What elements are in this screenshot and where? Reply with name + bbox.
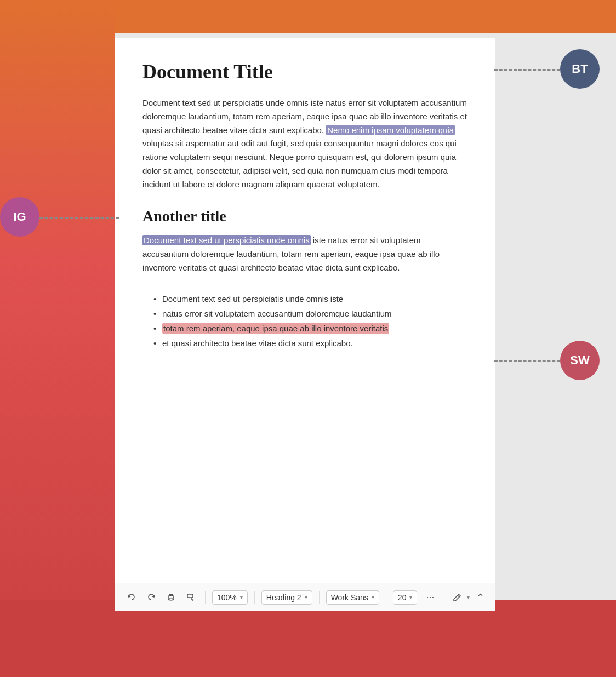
avatar-bt[interactable]: BT bbox=[560, 49, 600, 89]
document-title: Document Title bbox=[142, 60, 468, 83]
highlight-blue-text: Nemo enim ipsam voluptatem quia bbox=[326, 125, 455, 135]
avatar-ig[interactable]: IG bbox=[0, 197, 39, 237]
avatar-sw-initials: SW bbox=[570, 353, 589, 368]
pen-arrow: ▾ bbox=[467, 594, 470, 600]
list-item: natus error sit voluptatem accusantium d… bbox=[153, 306, 468, 321]
toolbar-divider-3 bbox=[319, 591, 320, 604]
toolbar: 100% ▾ Heading 2 ▾ Work Sans ▾ 20 ▾ ··· … bbox=[115, 583, 495, 611]
svg-rect-1 bbox=[169, 594, 173, 596]
list-item: totam rem aperiam, eaque ipsa quae ab il… bbox=[153, 321, 468, 336]
highlight-pink-text: totam rem aperiam, eaque ipsa quae ab il… bbox=[162, 323, 389, 334]
size-select[interactable]: 20 ▾ bbox=[393, 590, 418, 605]
more-options-button[interactable]: ··· bbox=[421, 589, 438, 605]
background-bottom bbox=[0, 600, 616, 677]
zoom-select[interactable]: 100% ▾ bbox=[212, 590, 248, 605]
list-item: Document text sed ut perspiciatis unde o… bbox=[153, 291, 468, 306]
toolbar-divider-4 bbox=[386, 591, 386, 604]
heading-value: Heading 2 bbox=[266, 593, 301, 602]
zoom-arrow: ▾ bbox=[240, 594, 243, 600]
paragraph-1: Document text sed ut perspiciatis unde o… bbox=[142, 96, 468, 191]
document-area: Document Title Document text sed ut pers… bbox=[115, 38, 495, 611]
avatar-bt-initials: BT bbox=[572, 62, 588, 76]
document-content: Document Title Document text sed ut pers… bbox=[115, 38, 495, 583]
font-arrow: ▾ bbox=[372, 594, 374, 600]
font-value: Work Sans bbox=[331, 593, 368, 602]
paragraph-1-text-after: voluptas sit aspernatur aut odit aut fug… bbox=[142, 139, 457, 188]
paragraph-2: Document text sed ut perspiciatis unde o… bbox=[142, 234, 468, 274]
heading-arrow: ▾ bbox=[305, 594, 307, 600]
pen-button[interactable] bbox=[449, 591, 465, 604]
background-top-right bbox=[115, 0, 616, 33]
collapse-button[interactable]: ⌃ bbox=[474, 589, 487, 606]
toolbar-divider-2 bbox=[254, 591, 255, 604]
document-list: Document text sed ut perspiciatis unde o… bbox=[153, 291, 468, 351]
highlight-purple-text: Document text sed ut perspiciatis unde o… bbox=[142, 235, 311, 245]
background-left bbox=[0, 0, 115, 677]
redo-button[interactable] bbox=[144, 591, 159, 604]
svg-point-3 bbox=[173, 597, 174, 598]
size-arrow: ▾ bbox=[409, 594, 412, 600]
dashed-line-bt bbox=[494, 69, 560, 71]
size-value: 20 bbox=[398, 593, 407, 602]
section-2-title: Another title bbox=[142, 208, 468, 225]
dashed-line-sw bbox=[494, 360, 560, 362]
list-item: et quasi architecto beatae vitae dicta s… bbox=[153, 336, 468, 351]
svg-rect-4 bbox=[187, 594, 193, 598]
svg-rect-2 bbox=[169, 598, 173, 600]
dashed-line-ig bbox=[39, 217, 119, 219]
avatar-ig-initials: IG bbox=[13, 210, 26, 224]
format-paint-button[interactable] bbox=[183, 591, 198, 604]
toolbar-divider-1 bbox=[205, 591, 206, 604]
heading-select[interactable]: Heading 2 ▾ bbox=[261, 590, 312, 605]
pen-group: ▾ bbox=[449, 591, 470, 604]
font-select[interactable]: Work Sans ▾ bbox=[326, 590, 379, 605]
undo-button[interactable] bbox=[124, 591, 139, 604]
avatar-sw[interactable]: SW bbox=[560, 341, 600, 380]
svg-line-5 bbox=[458, 595, 459, 597]
zoom-value: 100% bbox=[217, 593, 237, 602]
print-button[interactable] bbox=[163, 591, 179, 604]
